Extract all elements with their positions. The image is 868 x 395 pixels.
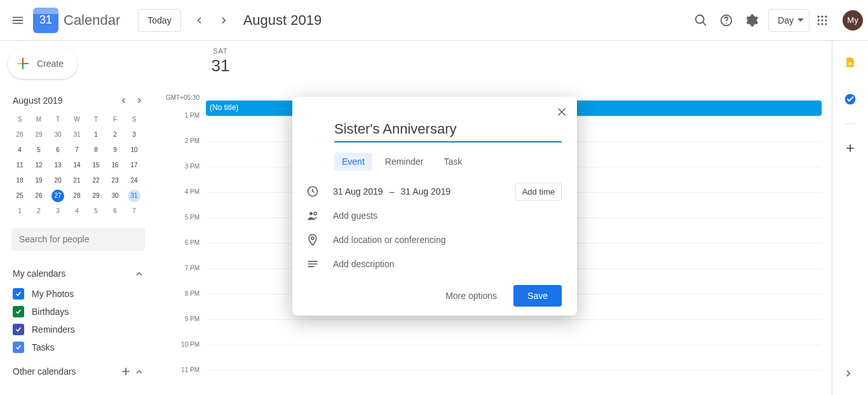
- mini-day-cell[interactable]: 3: [125, 127, 144, 142]
- mini-day-cell[interactable]: 29: [86, 188, 105, 204]
- svg-point-8: [818, 23, 820, 25]
- mini-day-cell[interactable]: 1: [86, 127, 105, 142]
- mini-day-cell[interactable]: 10: [125, 142, 144, 158]
- addons-button[interactable]: [837, 135, 863, 161]
- tasks-icon: [844, 93, 857, 106]
- mini-day-cell[interactable]: 1: [10, 204, 29, 219]
- mini-day-cell[interactable]: 27: [48, 188, 67, 204]
- mini-day-cell[interactable]: 11: [10, 158, 29, 173]
- mini-day-cell[interactable]: 16: [105, 158, 125, 173]
- mini-day-cell[interactable]: 26: [29, 188, 48, 204]
- mini-day-cell[interactable]: 12: [29, 158, 48, 173]
- search-button[interactable]: [688, 8, 714, 33]
- settings-button[interactable]: [739, 8, 764, 33]
- prev-period-button[interactable]: [186, 8, 212, 33]
- hour-label: 7 PM: [163, 265, 200, 272]
- mini-day-cell[interactable]: 31: [125, 188, 144, 204]
- mini-day-cell[interactable]: 4: [10, 142, 29, 158]
- mini-day-cell[interactable]: 7: [67, 142, 86, 158]
- tab-event[interactable]: Event: [334, 153, 372, 170]
- my-calendars-header[interactable]: My calendars: [9, 262, 147, 285]
- mini-day-cell[interactable]: 2: [29, 204, 48, 219]
- mini-day-cell[interactable]: 6: [105, 204, 125, 219]
- mini-day-cell[interactable]: 21: [67, 173, 86, 188]
- people-search[interactable]: [11, 228, 145, 251]
- mini-day-cell[interactable]: 30: [105, 188, 125, 204]
- mini-day-cell[interactable]: 19: [29, 173, 48, 188]
- mini-day-cell[interactable]: 25: [10, 188, 29, 204]
- mini-day-cell[interactable]: 15: [86, 158, 105, 173]
- other-calendars-title: Other calendars: [13, 366, 76, 377]
- calendar-item[interactable]: My Photos: [9, 285, 147, 303]
- mini-day-cell[interactable]: 17: [125, 158, 144, 173]
- mini-calendar[interactable]: SMTWTFS282930311234567891011121314151617…: [10, 112, 147, 219]
- collapse-panel-button[interactable]: [836, 361, 862, 386]
- add-time-button[interactable]: Add time: [515, 183, 562, 201]
- mini-day-cell[interactable]: 22: [86, 173, 105, 188]
- create-button[interactable]: Create: [8, 48, 78, 79]
- close-button[interactable]: [550, 100, 573, 123]
- chevron-right-icon: [135, 95, 145, 106]
- mini-day-cell[interactable]: 8: [86, 142, 105, 158]
- close-icon: [555, 106, 568, 118]
- event-title-input[interactable]: [334, 120, 562, 142]
- checkbox-checked-icon[interactable]: [13, 324, 24, 335]
- calendar-item[interactable]: Birthdays: [9, 303, 147, 321]
- mini-day-cell[interactable]: 9: [105, 142, 125, 158]
- add-guests-field[interactable]: Add guests: [333, 211, 377, 221]
- hour-slot[interactable]: 11 PM: [206, 371, 822, 395]
- add-description-field[interactable]: Add description: [333, 259, 395, 269]
- svg-point-15: [311, 237, 314, 239]
- more-options-button[interactable]: More options: [435, 285, 507, 307]
- clock-icon: [306, 185, 319, 198]
- mini-day-cell[interactable]: 23: [105, 173, 125, 188]
- calendar-app-icon: 31: [33, 8, 58, 33]
- today-button[interactable]: Today: [138, 9, 180, 32]
- apps-button[interactable]: [810, 8, 835, 33]
- hour-slot[interactable]: 9 PM: [206, 320, 822, 345]
- app-logo[interactable]: 31 Calendar: [33, 8, 120, 33]
- next-period-button[interactable]: [212, 8, 237, 33]
- checkbox-checked-icon[interactable]: [13, 306, 24, 317]
- mini-next-button[interactable]: [132, 93, 147, 108]
- people-search-input[interactable]: [19, 234, 137, 244]
- hamburger-icon: [11, 13, 25, 27]
- calendar-item[interactable]: Tasks: [9, 338, 147, 356]
- mini-day-cell[interactable]: 30: [48, 127, 67, 142]
- mini-day-cell[interactable]: 5: [29, 142, 48, 158]
- mini-day-cell[interactable]: 20: [48, 173, 67, 188]
- date-range[interactable]: 31 Aug 2019 – 31 Aug 2019: [333, 186, 451, 197]
- menu-button[interactable]: [5, 8, 31, 33]
- mini-prev-button[interactable]: [116, 93, 131, 108]
- mini-day-cell[interactable]: 29: [29, 127, 48, 142]
- calendar-item[interactable]: Reminders: [9, 321, 147, 338]
- mini-day-cell[interactable]: 28: [67, 188, 86, 204]
- keep-button[interactable]: [837, 50, 863, 75]
- plus-icon[interactable]: [119, 365, 132, 378]
- hour-slot[interactable]: 10 PM: [206, 345, 822, 371]
- tasks-button[interactable]: [837, 87, 863, 112]
- checkbox-checked-icon[interactable]: [13, 288, 24, 300]
- mini-day-cell[interactable]: 2: [105, 127, 125, 142]
- mini-day-cell[interactable]: 6: [48, 142, 67, 158]
- save-button[interactable]: Save: [513, 285, 562, 307]
- mini-day-cell[interactable]: 24: [125, 173, 144, 188]
- account-avatar[interactable]: My: [843, 10, 863, 31]
- add-location-field[interactable]: Add location or conferencing: [333, 235, 445, 245]
- mini-day-cell[interactable]: 18: [10, 173, 29, 188]
- tab-task[interactable]: Task: [437, 153, 470, 170]
- checkbox-checked-icon[interactable]: [13, 342, 24, 353]
- mini-day-cell[interactable]: 28: [10, 127, 29, 142]
- mini-day-cell[interactable]: 3: [48, 204, 67, 219]
- mini-day-cell[interactable]: 7: [125, 204, 144, 219]
- svg-point-3: [821, 15, 823, 17]
- help-button[interactable]: [714, 8, 739, 33]
- other-calendars-header[interactable]: Other calendars: [9, 360, 147, 383]
- mini-day-cell[interactable]: 13: [48, 158, 67, 173]
- mini-day-cell[interactable]: 4: [67, 204, 86, 219]
- mini-day-cell[interactable]: 31: [67, 127, 86, 142]
- mini-day-cell[interactable]: 5: [86, 204, 105, 219]
- view-selector[interactable]: Day: [768, 9, 810, 32]
- tab-reminder[interactable]: Reminder: [377, 153, 431, 170]
- mini-day-cell[interactable]: 14: [67, 158, 86, 173]
